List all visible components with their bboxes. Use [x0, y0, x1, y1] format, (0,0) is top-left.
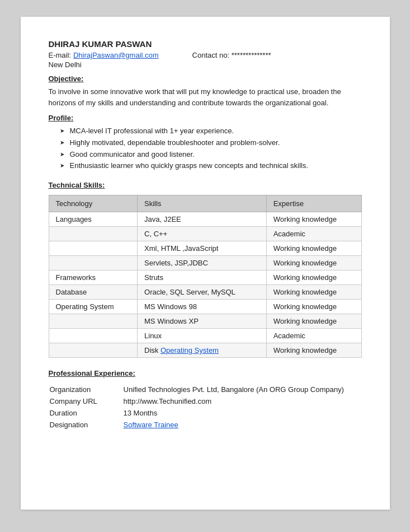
contact-label: Contact no: **************	[192, 51, 271, 59]
designation-row: Designation Software Trainee	[50, 419, 361, 430]
skills-cell: MS Windows XP	[138, 314, 267, 329]
skills-cell: Linux	[138, 329, 267, 343]
prof-exp-table: Organization Unified Technologies Pvt. L…	[49, 383, 362, 431]
skills-cell: Working knowledge	[266, 314, 361, 329]
profile-list-item: Highly motivated, dependable troubleshoo…	[60, 137, 362, 149]
skills-cell: Working knowledge	[266, 300, 361, 314]
skills-row: Xml, HTML ,JavaScriptWorking knowledge	[49, 241, 361, 256]
skills-row: LanguagesJava, J2EEWorking knowledge	[49, 212, 361, 227]
skills-cell: Working knowledge	[266, 343, 361, 358]
contact-number: **************	[232, 51, 271, 59]
skills-cell: Struts	[138, 270, 267, 285]
skills-row: Disk Operating SystemWorking knowledge	[49, 343, 361, 358]
profile-list-item: Good communicator and good listener.	[60, 149, 362, 161]
skills-cell: Working knowledge	[266, 212, 361, 227]
location: New Delhi	[49, 60, 362, 69]
duration-value: 13 Months	[124, 408, 361, 418]
profile-title: Profile:	[49, 114, 362, 122]
email-label: E-mail:	[49, 51, 71, 59]
profile-list-item: Enthusiastic learner who quickly grasps …	[60, 160, 362, 172]
skills-cell	[49, 329, 138, 343]
skills-cell	[49, 227, 138, 241]
email-link[interactable]: DhirajPaswan@gmail.com	[73, 51, 159, 59]
url-row: Company URL http://www.Techunified.com	[50, 396, 361, 407]
profile-list: MCA-level IT professional with 1+ year e…	[60, 125, 362, 172]
org-label: Organization	[50, 384, 122, 395]
skills-row: DatabaseOracle, SQL Server, MySQLWorking…	[49, 285, 361, 300]
objective-title: Objective:	[49, 74, 362, 83]
skills-title: Technical Skills:	[49, 181, 362, 189]
resume-page: DHIRAJ KUMAR PASWAN E-mail: DhirajPaswan…	[21, 17, 390, 510]
skills-table: TechnologySkillsExpertise LanguagesJava,…	[49, 195, 362, 358]
designation-label: Designation	[50, 419, 122, 430]
skills-cell: MS Windows 98	[138, 300, 267, 314]
skills-cell: Operating System	[49, 300, 138, 314]
disk-os-link[interactable]: Operating System	[161, 346, 219, 354]
skills-cell: Working knowledge	[266, 285, 361, 300]
skills-cell	[49, 314, 138, 329]
prof-exp-title: Professional Experience:	[49, 369, 362, 377]
skills-cell	[49, 343, 138, 358]
skills-row: MS Windows XPWorking knowledge	[49, 314, 361, 329]
profile-list-item: MCA-level IT professional with 1+ year e…	[60, 125, 362, 137]
url-label: Company URL	[50, 396, 122, 407]
skills-cell: Working knowledge	[266, 241, 361, 256]
skills-header: Technology	[49, 195, 138, 212]
skills-row: Operating SystemMS Windows 98Working kno…	[49, 300, 361, 314]
skills-cell: Academic	[266, 329, 361, 343]
duration-row: Duration 13 Months	[50, 408, 361, 418]
skills-cell: Languages	[49, 212, 138, 227]
skills-cell: Working knowledge	[266, 256, 361, 270]
skills-cell: Oracle, SQL Server, MySQL	[138, 285, 267, 300]
objective-text: To involve in some innovative work that …	[49, 86, 362, 108]
skills-cell: Academic	[266, 227, 361, 241]
skills-cell: Working knowledge	[266, 270, 361, 285]
skills-cell: Database	[49, 285, 138, 300]
skills-cell	[49, 256, 138, 270]
skills-cell: Java, J2EE	[138, 212, 267, 227]
skills-cell	[49, 241, 138, 256]
skills-header: Skills	[138, 195, 267, 212]
skills-row: LinuxAcademic	[49, 329, 361, 343]
skills-cell: C, C++	[138, 227, 267, 241]
url-value: http://www.Techunified.com	[124, 396, 361, 407]
skills-row: FrameworksStrutsWorking knowledge	[49, 270, 361, 285]
duration-label: Duration	[50, 408, 122, 418]
skills-cell: Frameworks	[49, 270, 138, 285]
contact-row: E-mail: DhirajPaswan@gmail.com Contact n…	[49, 51, 362, 59]
designation-value: Software Trainee	[124, 419, 361, 430]
skills-row: Servlets, JSP,JDBCWorking knowledge	[49, 256, 361, 270]
org-value: Unified Technologies Pvt. Ltd, Bangalore…	[124, 384, 361, 395]
candidate-name: DHIRAJ KUMAR PASWAN	[49, 39, 362, 49]
skills-header: Expertise	[266, 195, 361, 212]
skills-cell: Disk Operating System	[138, 343, 267, 358]
skills-cell: Xml, HTML ,JavaScript	[138, 241, 267, 256]
skills-row: C, C++Academic	[49, 227, 361, 241]
skills-cell: Servlets, JSP,JDBC	[138, 256, 267, 270]
designation-link[interactable]: Software Trainee	[124, 421, 178, 429]
org-row: Organization Unified Technologies Pvt. L…	[50, 384, 361, 395]
